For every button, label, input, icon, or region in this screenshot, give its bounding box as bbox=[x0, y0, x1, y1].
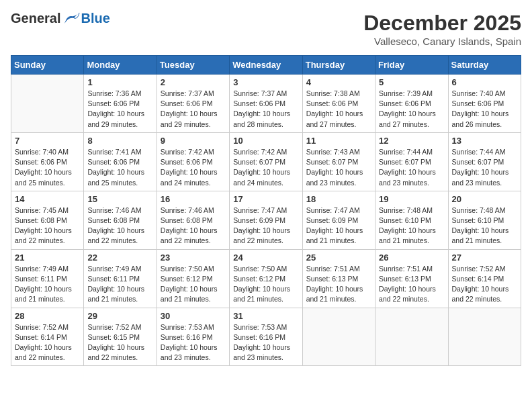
day-info: Sunrise: 7:40 AM Sunset: 6:06 PM Dayligh… bbox=[452, 89, 517, 130]
day-number: 21 bbox=[15, 253, 80, 263]
day-info: Sunrise: 7:42 AM Sunset: 6:07 PM Dayligh… bbox=[233, 147, 298, 188]
week-row-1: 1Sunrise: 7:36 AM Sunset: 6:06 PM Daylig… bbox=[11, 75, 521, 133]
day-info: Sunrise: 7:52 AM Sunset: 6:15 PM Dayligh… bbox=[87, 322, 152, 363]
calendar-cell: 31Sunrise: 7:53 AM Sunset: 6:16 PM Dayli… bbox=[230, 308, 302, 366]
weekday-header-row: SundayMondayTuesdayWednesdayThursdayFrid… bbox=[11, 56, 521, 75]
weekday-header-monday: Monday bbox=[84, 56, 157, 75]
calendar-cell: 16Sunrise: 7:46 AM Sunset: 6:08 PM Dayli… bbox=[157, 191, 229, 249]
calendar-cell: 9Sunrise: 7:42 AM Sunset: 6:06 PM Daylig… bbox=[157, 132, 229, 191]
logo-general-text: General bbox=[11, 11, 60, 26]
day-info: Sunrise: 7:50 AM Sunset: 6:12 PM Dayligh… bbox=[161, 264, 226, 305]
week-row-3: 14Sunrise: 7:45 AM Sunset: 6:08 PM Dayli… bbox=[11, 191, 521, 249]
calendar-cell: 10Sunrise: 7:42 AM Sunset: 6:07 PM Dayli… bbox=[230, 132, 302, 191]
day-number: 12 bbox=[379, 136, 444, 146]
weekday-header-sunday: Sunday bbox=[11, 56, 84, 75]
calendar-cell: 21Sunrise: 7:49 AM Sunset: 6:11 PM Dayli… bbox=[11, 249, 84, 308]
day-info: Sunrise: 7:47 AM Sunset: 6:09 PM Dayligh… bbox=[306, 205, 371, 246]
calendar-cell: 26Sunrise: 7:51 AM Sunset: 6:13 PM Dayli… bbox=[375, 249, 448, 308]
day-info: Sunrise: 7:52 AM Sunset: 6:14 PM Dayligh… bbox=[452, 264, 517, 305]
calendar-cell: 3Sunrise: 7:37 AM Sunset: 6:06 PM Daylig… bbox=[230, 75, 302, 133]
day-number: 17 bbox=[233, 194, 298, 204]
calendar-cell: 14Sunrise: 7:45 AM Sunset: 6:08 PM Dayli… bbox=[11, 191, 84, 249]
day-number: 29 bbox=[87, 311, 152, 321]
calendar-cell: 2Sunrise: 7:37 AM Sunset: 6:06 PM Daylig… bbox=[157, 75, 229, 133]
logo: General Blue bbox=[11, 11, 110, 26]
day-number: 25 bbox=[306, 253, 371, 263]
day-info: Sunrise: 7:46 AM Sunset: 6:08 PM Dayligh… bbox=[87, 205, 152, 246]
day-info: Sunrise: 7:36 AM Sunset: 6:06 PM Dayligh… bbox=[87, 89, 152, 130]
location-subtitle: Valleseco, Canary Islands, Spain bbox=[363, 36, 521, 47]
month-title: December 2025 bbox=[363, 11, 521, 36]
day-number: 14 bbox=[15, 194, 80, 204]
day-info: Sunrise: 7:42 AM Sunset: 6:06 PM Dayligh… bbox=[161, 147, 226, 188]
day-number: 3 bbox=[233, 77, 298, 87]
page-header: General Blue December 2025 Valleseco, Ca… bbox=[11, 11, 521, 47]
calendar-cell: 28Sunrise: 7:52 AM Sunset: 6:14 PM Dayli… bbox=[11, 308, 84, 366]
day-number: 13 bbox=[452, 136, 517, 146]
day-number: 23 bbox=[161, 253, 226, 263]
day-number: 30 bbox=[161, 311, 226, 321]
day-number: 28 bbox=[15, 311, 80, 321]
calendar-cell: 6Sunrise: 7:40 AM Sunset: 6:06 PM Daylig… bbox=[448, 75, 521, 133]
day-info: Sunrise: 7:44 AM Sunset: 6:07 PM Dayligh… bbox=[379, 147, 444, 188]
day-info: Sunrise: 7:40 AM Sunset: 6:06 PM Dayligh… bbox=[15, 147, 80, 188]
day-number: 7 bbox=[15, 136, 80, 146]
day-info: Sunrise: 7:37 AM Sunset: 6:06 PM Dayligh… bbox=[233, 89, 298, 130]
day-info: Sunrise: 7:44 AM Sunset: 6:07 PM Dayligh… bbox=[452, 147, 517, 188]
day-number: 6 bbox=[452, 77, 517, 87]
day-info: Sunrise: 7:51 AM Sunset: 6:13 PM Dayligh… bbox=[306, 264, 371, 305]
day-info: Sunrise: 7:50 AM Sunset: 6:12 PM Dayligh… bbox=[233, 264, 298, 305]
day-number: 8 bbox=[87, 136, 152, 146]
day-info: Sunrise: 7:48 AM Sunset: 6:10 PM Dayligh… bbox=[452, 205, 517, 246]
calendar-cell: 4Sunrise: 7:38 AM Sunset: 6:06 PM Daylig… bbox=[302, 75, 375, 133]
day-number: 4 bbox=[306, 77, 371, 87]
day-number: 24 bbox=[233, 253, 298, 263]
calendar-cell: 5Sunrise: 7:39 AM Sunset: 6:06 PM Daylig… bbox=[375, 75, 448, 133]
calendar-cell: 30Sunrise: 7:53 AM Sunset: 6:16 PM Dayli… bbox=[157, 308, 229, 366]
calendar-cell: 19Sunrise: 7:48 AM Sunset: 6:10 PM Dayli… bbox=[375, 191, 448, 249]
weekday-header-tuesday: Tuesday bbox=[157, 56, 229, 75]
day-info: Sunrise: 7:41 AM Sunset: 6:06 PM Dayligh… bbox=[87, 147, 152, 188]
day-info: Sunrise: 7:39 AM Sunset: 6:06 PM Dayligh… bbox=[379, 89, 444, 130]
day-number: 10 bbox=[233, 136, 298, 146]
calendar-cell: 25Sunrise: 7:51 AM Sunset: 6:13 PM Dayli… bbox=[302, 249, 375, 308]
day-info: Sunrise: 7:53 AM Sunset: 6:16 PM Dayligh… bbox=[161, 322, 226, 363]
calendar-cell: 24Sunrise: 7:50 AM Sunset: 6:12 PM Dayli… bbox=[230, 249, 302, 308]
calendar-table: SundayMondayTuesdayWednesdayThursdayFrid… bbox=[11, 55, 521, 366]
calendar-cell: 1Sunrise: 7:36 AM Sunset: 6:06 PM Daylig… bbox=[84, 75, 157, 133]
day-number: 22 bbox=[87, 253, 152, 263]
week-row-5: 28Sunrise: 7:52 AM Sunset: 6:14 PM Dayli… bbox=[11, 308, 521, 366]
weekday-header-friday: Friday bbox=[375, 56, 448, 75]
day-info: Sunrise: 7:49 AM Sunset: 6:11 PM Dayligh… bbox=[15, 264, 80, 305]
day-info: Sunrise: 7:45 AM Sunset: 6:08 PM Dayligh… bbox=[15, 205, 80, 246]
day-number: 2 bbox=[161, 77, 226, 87]
logo-blue-text: Blue bbox=[81, 11, 109, 26]
day-number: 16 bbox=[161, 194, 226, 204]
calendar-cell: 29Sunrise: 7:52 AM Sunset: 6:15 PM Dayli… bbox=[84, 308, 157, 366]
day-number: 15 bbox=[87, 194, 152, 204]
day-number: 5 bbox=[379, 77, 444, 87]
day-info: Sunrise: 7:38 AM Sunset: 6:06 PM Dayligh… bbox=[306, 89, 371, 130]
day-number: 11 bbox=[306, 136, 371, 146]
day-info: Sunrise: 7:48 AM Sunset: 6:10 PM Dayligh… bbox=[379, 205, 444, 246]
day-number: 26 bbox=[379, 253, 444, 263]
weekday-header-wednesday: Wednesday bbox=[230, 56, 302, 75]
day-number: 9 bbox=[161, 136, 226, 146]
calendar-cell bbox=[11, 75, 84, 133]
calendar-cell: 18Sunrise: 7:47 AM Sunset: 6:09 PM Dayli… bbox=[302, 191, 375, 249]
calendar-cell: 27Sunrise: 7:52 AM Sunset: 6:14 PM Dayli… bbox=[448, 249, 521, 308]
day-number: 27 bbox=[452, 253, 517, 263]
calendar-cell: 7Sunrise: 7:40 AM Sunset: 6:06 PM Daylig… bbox=[11, 132, 84, 191]
week-row-2: 7Sunrise: 7:40 AM Sunset: 6:06 PM Daylig… bbox=[11, 132, 521, 191]
calendar-cell: 8Sunrise: 7:41 AM Sunset: 6:06 PM Daylig… bbox=[84, 132, 157, 191]
day-info: Sunrise: 7:47 AM Sunset: 6:09 PM Dayligh… bbox=[233, 205, 298, 246]
calendar-cell: 13Sunrise: 7:44 AM Sunset: 6:07 PM Dayli… bbox=[448, 132, 521, 191]
calendar-cell: 20Sunrise: 7:48 AM Sunset: 6:10 PM Dayli… bbox=[448, 191, 521, 249]
day-info: Sunrise: 7:51 AM Sunset: 6:13 PM Dayligh… bbox=[379, 264, 444, 305]
calendar-cell: 22Sunrise: 7:49 AM Sunset: 6:11 PM Dayli… bbox=[84, 249, 157, 308]
day-info: Sunrise: 7:52 AM Sunset: 6:14 PM Dayligh… bbox=[15, 322, 80, 363]
calendar-cell: 11Sunrise: 7:43 AM Sunset: 6:07 PM Dayli… bbox=[302, 132, 375, 191]
day-number: 31 bbox=[233, 311, 298, 321]
day-number: 18 bbox=[306, 194, 371, 204]
calendar-cell bbox=[375, 308, 448, 366]
